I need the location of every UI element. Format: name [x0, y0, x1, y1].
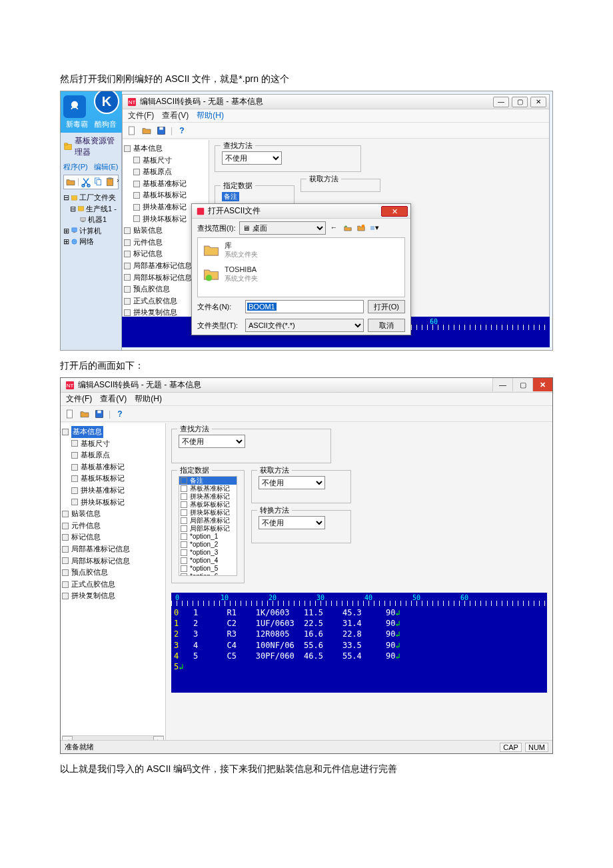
cut-icon[interactable]: [81, 177, 91, 187]
data-list-item[interactable]: 基板基准标记: [179, 485, 237, 493]
svg-rect-1: [65, 143, 68, 145]
new-folder-icon[interactable]: [356, 223, 366, 233]
svg-rect-24: [370, 227, 374, 228]
svg-text:NT: NT: [67, 383, 74, 389]
filetype-select[interactable]: ASCII文件(*.*): [245, 319, 364, 332]
convert-method-select[interactable]: 不使用: [259, 516, 325, 529]
get-method-select[interactable]: 不使用: [259, 476, 325, 489]
app-icon: NT: [65, 380, 75, 391]
svg-text:?: ?: [179, 126, 184, 135]
maximize-button[interactable]: ▢: [512, 97, 528, 107]
find-method-select[interactable]: 不使用: [222, 151, 282, 165]
cancel-button[interactable]: 取消: [368, 319, 405, 332]
save-icon[interactable]: [94, 409, 105, 419]
app-icon: NT: [127, 97, 137, 107]
minimize-button[interactable]: —: [492, 378, 512, 391]
close-button[interactable]: ✕: [530, 97, 546, 107]
help-icon[interactable]: ?: [115, 409, 125, 419]
back-icon[interactable]: ←: [330, 223, 339, 233]
menu-help[interactable]: 帮助(H): [135, 393, 162, 405]
kugou-icon[interactable]: K: [94, 91, 119, 114]
svg-point-26: [206, 275, 212, 281]
close-button[interactable]: ✕: [532, 378, 552, 391]
data-list-item[interactable]: *option_5: [179, 565, 237, 573]
svg-rect-19: [159, 127, 163, 129]
open-icon[interactable]: [65, 177, 76, 187]
svg-rect-23: [370, 226, 374, 227]
help-icon[interactable]: ?: [177, 125, 187, 136]
data-list-item[interactable]: 备注: [179, 477, 237, 485]
data-list-item[interactable]: *option_2: [179, 541, 237, 549]
up-icon[interactable]: [343, 223, 352, 233]
data-list-item[interactable]: *option_1: [179, 533, 237, 541]
paste-icon[interactable]: [105, 177, 115, 187]
svg-rect-12: [72, 228, 77, 232]
editor-line: 0 1 R1 1K/0603 11.5 45.3 90↲: [174, 607, 544, 618]
screenshot-1: K 新毒霸 酷狗音 基板资源管理器 程序(P) 编辑(E) |: [60, 91, 553, 351]
desktop-label-1: 新毒霸: [66, 119, 88, 129]
svg-text:?: ?: [117, 409, 122, 419]
save-icon[interactable]: [156, 125, 167, 136]
editor-line: 2 3 R3 12R0805 16.6 22.8 90↲: [174, 629, 544, 639]
groupbox-data-label: 指定数据: [177, 465, 212, 475]
filename-label: 文件名(N):: [197, 302, 241, 312]
svg-rect-8: [71, 196, 77, 200]
groupbox-get-label: 获取方法: [257, 465, 292, 475]
find-method-select[interactable]: 不使用: [179, 435, 245, 448]
window-title: 编辑ASCII转换码 - 无题 - 基本信息: [78, 379, 201, 391]
view-menu-icon[interactable]: ▾: [370, 223, 379, 233]
board-resource-manager: 基板资源管理器 程序(P) 编辑(E) | › ⊟工厂文件夹 ⊟生产线1 - 机…: [61, 133, 122, 350]
editor-line: 4 5 C5 30PF/060 46.5 55.4 90↲: [174, 651, 544, 661]
dialog-close-button[interactable]: ✕: [381, 206, 408, 217]
data-list-item[interactable]: 基板坏板标记: [179, 501, 237, 509]
file-list[interactable]: 库系统文件夹 TOSHIBA系统文件夹: [197, 237, 405, 297]
data-list-item[interactable]: *option_3: [179, 549, 237, 557]
open-button[interactable]: 打开(O): [368, 300, 405, 313]
menu-view[interactable]: 查看(V): [162, 110, 189, 121]
caption-1: 然后打开我们刚刚编好的 ASCII 文件，就是*.prn 的这个: [60, 73, 553, 85]
editor-line: 1 2 C2 1UF/0603 22.5 31.4 90↲: [174, 618, 544, 629]
menu-program[interactable]: 程序(P): [63, 163, 88, 171]
num-indicator: NUM: [525, 743, 548, 752]
lookup-range-label: 查找范围(I):: [197, 223, 235, 233]
menu-file[interactable]: 文件(F): [128, 110, 154, 121]
svg-rect-7: [108, 177, 111, 179]
data-list-item[interactable]: *option_6: [179, 573, 237, 576]
menu-edit[interactable]: 编辑(E): [94, 163, 119, 171]
new-icon[interactable]: [127, 125, 137, 136]
new-icon[interactable]: [65, 409, 75, 419]
editor-body[interactable]: 0 1 R1 1K/0603 11.5 45.3 90↲1 2 C2 1UF/0…: [171, 606, 547, 693]
board-resource-header: 基板资源管理器: [61, 133, 121, 161]
list-item[interactable]: 库系统文件夹: [198, 238, 404, 262]
data-list-item[interactable]: 拼块基准标记: [179, 493, 237, 501]
data-list-item[interactable]: 局部坏板标记: [179, 525, 237, 533]
data-list-item[interactable]: *option_4: [179, 557, 237, 565]
groupbox-convert-label: 转换方法: [257, 505, 292, 515]
data-field-list[interactable]: 备注基板基准标记拼块基准标记基板坏板标记拼块坏板标记局部基准标记局部坏板标记*o…: [179, 476, 237, 576]
open-icon[interactable]: [141, 125, 152, 136]
filename-input[interactable]: BOOM1: [247, 303, 277, 311]
menu-help[interactable]: 帮助(H): [197, 110, 224, 121]
minimize-button[interactable]: —: [493, 97, 509, 107]
copy-icon[interactable]: [93, 177, 103, 187]
menu-file[interactable]: 文件(F): [66, 393, 92, 405]
caps-indicator: CAP: [500, 743, 522, 752]
groupbox-data-label: 指定数据: [221, 181, 255, 191]
desktop-app-icon[interactable]: [63, 95, 86, 118]
menu-view[interactable]: 查看(V): [100, 393, 127, 405]
open-icon[interactable]: [79, 409, 90, 419]
maximize-button[interactable]: ▢: [512, 378, 532, 391]
editor-line: 3 4 C4 100NF/06 55.6 33.5 90↲: [174, 640, 544, 651]
caption-3: 以上就是我们导入的 ASCII 编码文件，接下来我们把贴装信息和元件信息进行完善: [60, 763, 553, 775]
left-toolbar: | ›: [63, 175, 119, 189]
data-list-item[interactable]: 拼块坏板标记: [179, 509, 237, 517]
data-list-item[interactable]: 局部基准标记: [179, 517, 237, 525]
svg-rect-29: [67, 410, 72, 418]
svg-rect-21: [197, 207, 205, 215]
lookup-range-select[interactable]: 🖥 桌面: [239, 221, 326, 235]
category-tree[interactable]: 基本信息 基板尺寸 基板原点 基板基准标记 基板坏板标记 拼块基准标记 拼块坏板…: [61, 423, 166, 740]
svg-point-14: [72, 239, 77, 244]
list-item[interactable]: TOSHIBA系统文件夹: [198, 262, 404, 286]
svg-point-22: [362, 225, 365, 228]
svg-rect-13: [73, 232, 76, 233]
